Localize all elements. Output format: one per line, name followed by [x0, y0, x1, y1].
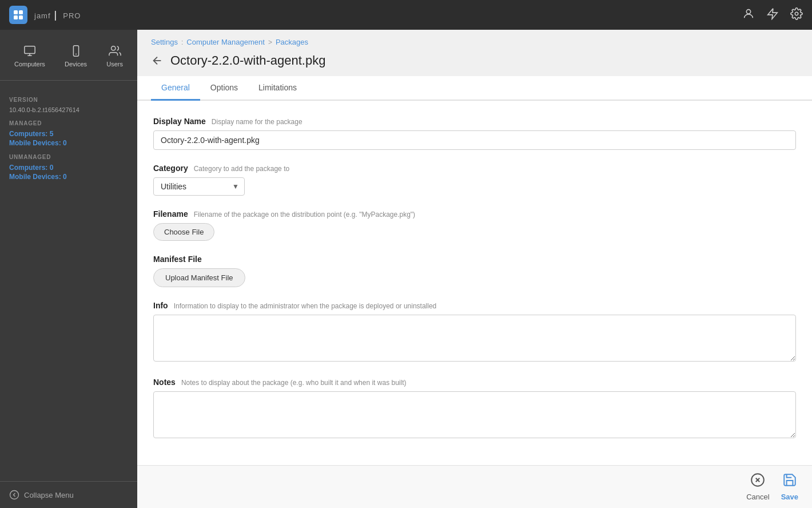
tab-options[interactable]: Options — [200, 76, 248, 101]
version-value: 10.40.0-b.2.t1656427614 — [9, 106, 128, 113]
save-button[interactable]: Save — [781, 473, 798, 501]
breadcrumb-sep-2: > — [268, 38, 272, 46]
tab-bar: General Options Limitations — [137, 76, 812, 101]
managed-computers-value: 5 — [50, 130, 54, 138]
display-name-label-row: Display Name Display name for the packag… — [153, 117, 796, 126]
logo-text: jamf | PRO — [32, 9, 81, 21]
info-label-row: Info Information to display to the admin… — [153, 301, 796, 310]
jamf-logo-icon — [9, 6, 27, 24]
svg-point-4 — [746, 9, 750, 13]
sidebar-nav: Computers Devices Users — [0, 35, 137, 81]
content-area: Settings : Computer Management > Package… — [137, 30, 812, 508]
page-header: Octory-2.2.0-with-agent.pkg — [137, 51, 812, 76]
jamf-logo: jamf | PRO — [9, 6, 81, 24]
manifest-file-label-row: Manifest File — [153, 255, 796, 264]
top-nav: jamf | PRO — [0, 0, 812, 30]
sidebar-item-computers[interactable]: Computers — [9, 41, 51, 71]
info-label: Info — [153, 301, 168, 310]
cancel-label: Cancel — [746, 493, 769, 501]
svg-point-5 — [795, 12, 798, 15]
category-group: Category Category to add the package to … — [153, 164, 796, 196]
filename-group: Filename Filename of the package on the … — [153, 209, 796, 241]
main-layout: Computers Devices Users VERSION 10.40.0-… — [0, 30, 812, 508]
managed-mobile-value: 0 — [63, 139, 67, 147]
breadcrumb-sep-1: : — [181, 38, 183, 46]
svg-rect-2 — [14, 15, 18, 19]
managed-computers-label: Computers: — [9, 130, 47, 138]
jamf-name: jamf — [34, 11, 51, 20]
category-hint: Category to add the package to — [194, 165, 289, 173]
top-nav-actions — [742, 7, 803, 23]
category-select[interactable]: Utilities Applications System Other — [153, 177, 245, 196]
svg-rect-6 — [25, 46, 35, 54]
notes-label-row: Notes Notes to display about the package… — [153, 378, 796, 387]
breadcrumb: Settings : Computer Management > Package… — [137, 30, 812, 51]
user-icon[interactable] — [742, 7, 755, 23]
save-icon — [782, 473, 797, 491]
managed-mobile-stat: Mobile Devices: 0 — [9, 139, 128, 147]
unmanaged-computers-label: Computers: — [9, 164, 47, 172]
display-name-hint: Display name for the package — [212, 118, 302, 126]
cancel-icon — [750, 473, 765, 491]
filename-label: Filename — [153, 209, 188, 219]
breadcrumb-settings[interactable]: Settings — [151, 38, 178, 46]
svg-rect-0 — [14, 10, 18, 14]
form-area: Display Name Display name for the packag… — [137, 101, 812, 465]
upload-manifest-file-button[interactable]: Upload Manifest File — [153, 268, 245, 287]
svg-point-11 — [111, 46, 115, 50]
tab-general[interactable]: General — [151, 76, 200, 101]
filename-label-row: Filename Filename of the package on the … — [153, 209, 796, 219]
manifest-file-label: Manifest File — [153, 255, 202, 264]
notes-textarea[interactable] — [153, 391, 796, 438]
save-label: Save — [781, 493, 798, 501]
sidebar-item-users[interactable]: Users — [101, 41, 129, 71]
display-name-input[interactable] — [153, 130, 796, 150]
unmanaged-mobile-value: 0 — [63, 173, 67, 181]
category-select-wrapper: Utilities Applications System Other ▼ — [153, 177, 245, 196]
sidebar-devices-label: Devices — [65, 61, 87, 68]
unmanaged-mobile-stat: Mobile Devices: 0 — [9, 173, 128, 181]
svg-rect-3 — [19, 15, 23, 19]
notes-label: Notes — [153, 378, 176, 387]
managed-label: MANAGED — [9, 120, 128, 126]
sidebar-users-label: Users — [106, 61, 123, 68]
pro-label: PRO — [63, 11, 81, 20]
collapse-menu-button[interactable]: Collapse Menu — [0, 481, 137, 508]
managed-computers-stat: Computers: 5 — [9, 130, 128, 138]
sidebar: Computers Devices Users VERSION 10.40.0-… — [0, 30, 137, 508]
svg-point-12 — [10, 491, 19, 499]
display-name-group: Display Name Display name for the packag… — [153, 117, 796, 150]
breadcrumb-packages[interactable]: Packages — [276, 38, 308, 46]
lightning-icon[interactable] — [766, 7, 779, 23]
unmanaged-computers-stat: Computers: 0 — [9, 164, 128, 172]
category-label-row: Category Category to add the package to — [153, 164, 796, 173]
info-hint: Information to display to the administra… — [174, 302, 437, 310]
svg-rect-1 — [19, 10, 23, 14]
unmanaged-computers-value: 0 — [50, 164, 54, 172]
version-label: VERSION — [9, 97, 128, 103]
sidebar-item-devices[interactable]: Devices — [59, 41, 93, 71]
breadcrumb-computer-management[interactable]: Computer Management — [186, 38, 265, 46]
info-textarea[interactable] — [153, 315, 796, 362]
footer-bar: Cancel Save — [137, 465, 812, 508]
sidebar-info: VERSION 10.40.0-b.2.t1656427614 MANAGED … — [0, 81, 137, 186]
unmanaged-mobile-label: Mobile Devices: — [9, 173, 61, 181]
display-name-label: Display Name — [153, 117, 206, 126]
category-label: Category — [153, 164, 188, 173]
page-title: Octory-2.2.0-with-agent.pkg — [170, 53, 325, 68]
notes-group: Notes Notes to display about the package… — [153, 378, 796, 440]
back-button[interactable] — [151, 54, 164, 67]
cancel-button[interactable]: Cancel — [746, 473, 769, 501]
unmanaged-label: UNMANAGED — [9, 154, 128, 160]
choose-file-button[interactable]: Choose File — [153, 223, 214, 241]
info-group: Info Information to display to the admin… — [153, 301, 796, 364]
tab-limitations[interactable]: Limitations — [248, 76, 307, 101]
manifest-file-group: Manifest File Upload Manifest File — [153, 255, 796, 287]
sidebar-computers-label: Computers — [14, 61, 45, 68]
settings-icon[interactable] — [790, 7, 803, 23]
managed-mobile-label: Mobile Devices: — [9, 139, 61, 147]
filename-hint: Filename of the package on the distribut… — [194, 211, 415, 219]
collapse-menu-label: Collapse Menu — [24, 491, 74, 499]
notes-hint: Notes to display about the package (e.g.… — [181, 379, 407, 387]
